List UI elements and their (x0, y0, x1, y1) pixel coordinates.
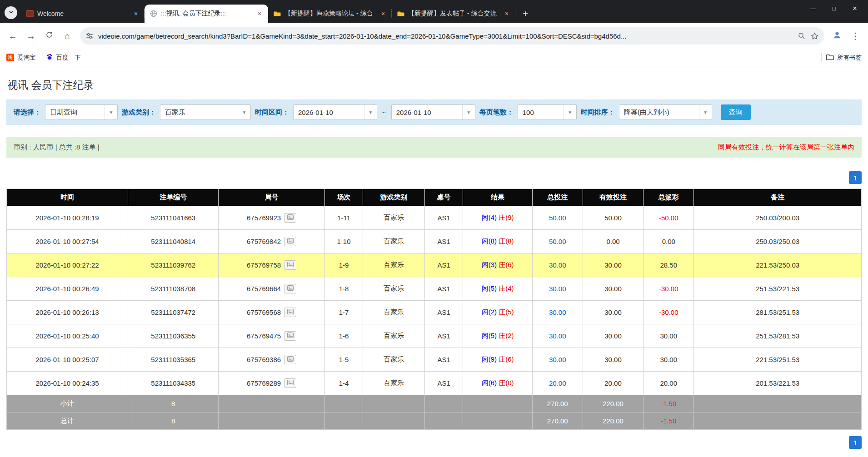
query-type-select[interactable]: 日期查询 ▼ (45, 104, 118, 120)
round-result-button[interactable] (284, 355, 296, 364)
footer-empty-cell (324, 395, 363, 412)
menu-button[interactable]: ⋮ (847, 28, 863, 44)
bet-total-link[interactable]: 50.00 (532, 206, 583, 230)
person-icon (832, 30, 842, 42)
date-start-select[interactable]: 2026-01-10 ▼ (293, 104, 377, 120)
round-result-button[interactable] (284, 237, 296, 246)
bet-result: 闲(4) 庄(9) (463, 206, 532, 230)
round-number: 675769758 (247, 261, 281, 269)
tab-close-icon[interactable]: × (255, 10, 264, 18)
result-banker: 庄(6) (499, 355, 514, 363)
bet-total-link[interactable]: 30.00 (532, 324, 583, 348)
footer-empty-cell (363, 412, 424, 430)
tab-search-button[interactable] (5, 6, 17, 19)
date-end-select[interactable]: 2026-01-10 ▼ (391, 104, 475, 120)
result-player: 闲(5) (482, 332, 497, 339)
profile-avatar[interactable] (829, 28, 845, 44)
bet-note: 250.03/250.03 (694, 230, 862, 253)
bet-table-no: AS1 (424, 206, 463, 230)
game-type-select[interactable]: 百家乐 ▼ (160, 104, 251, 120)
bet-total-link[interactable]: 50.00 (532, 230, 583, 253)
all-bookmarks-button[interactable]: 所有书签 (826, 53, 862, 62)
bet-total-link[interactable]: 30.00 (532, 277, 583, 301)
chevron-down-icon: ▼ (699, 105, 712, 119)
bet-total-link[interactable]: 30.00 (532, 301, 583, 324)
address-bar[interactable]: videoie.com/game/betrecord_search/kind3?… (80, 27, 824, 45)
folder-favicon (274, 10, 281, 17)
per-page-select[interactable]: 100 ▼ (518, 104, 577, 120)
round-number: 675769842 (247, 238, 281, 245)
round-wrap: 675769289 (247, 378, 296, 388)
sort-label: 时间排序： (581, 108, 615, 117)
bet-row: 2026-01-10 00:25:40523111036355675769475… (7, 324, 862, 348)
minimize-button[interactable]: — (803, 0, 823, 16)
bet-total-link[interactable]: 30.00 (532, 348, 583, 372)
bet-total-link[interactable]: 20.00 (532, 372, 583, 395)
round-result-icon (287, 380, 294, 387)
round-result-button[interactable] (284, 260, 296, 270)
reload-icon (45, 30, 54, 41)
round-result-button[interactable] (284, 284, 296, 293)
per-page-label: 每页笔数： (479, 108, 514, 117)
browser-toolbar: ← → ⌂ videoie.com/game/betrecord_search/… (0, 23, 868, 49)
round-result-button[interactable] (284, 308, 296, 317)
round-wrap: 675769758 (247, 260, 296, 270)
currency-summary: 币别 : 人民币 | 总共 :8 注单 | (14, 143, 100, 152)
browser-tab-welcome[interactable]: Welcome × (21, 5, 145, 23)
bet-total-link[interactable]: 30.00 (532, 253, 583, 277)
bookmark-taobao[interactable]: 淘 爱淘宝 (6, 54, 36, 62)
site-settings-icon[interactable] (85, 32, 94, 40)
browser-tab-forum[interactable]: 【新提醒】海燕策略论坛 - 综合 × (268, 5, 392, 23)
bet-note: 201.53/221.53 (694, 372, 862, 395)
tab-close-icon[interactable]: × (503, 10, 511, 18)
bet-row: 2026-01-10 00:27:54523111040814675769842… (7, 230, 862, 253)
game-type-label: 游戏类别： (122, 108, 156, 117)
bet-id: 523111034335 (128, 372, 219, 395)
bet-session: 1-10 (324, 230, 363, 253)
browser-tab-post[interactable]: 【新提醒】发表帖子 - 综合交流 × (392, 5, 515, 23)
round-result-icon (287, 238, 294, 245)
round-result-button[interactable] (284, 213, 296, 223)
tab-close-icon[interactable]: × (379, 10, 387, 18)
url-text[interactable]: videoie.com/game/betrecord_search/kind3?… (98, 32, 793, 40)
bet-table-no: AS1 (424, 348, 463, 372)
forward-button[interactable]: → (23, 28, 39, 44)
result-player: 闲(5) (482, 284, 497, 292)
zoom-icon[interactable] (798, 32, 806, 40)
footer-valid-bet: 220.00 (583, 412, 644, 430)
reload-button[interactable] (41, 28, 57, 44)
page-title: 视讯 会员下注纪录 (7, 78, 862, 92)
bet-valid: 30.00 (583, 301, 644, 324)
home-button[interactable]: ⌂ (59, 28, 75, 44)
result-banker: 庄(5) (499, 308, 514, 316)
bet-row: 2026-01-10 00:26:49523111038708675769664… (7, 277, 862, 301)
maximize-button[interactable]: □ (823, 0, 844, 16)
window-controls: — □ ✕ (803, 0, 865, 16)
close-button[interactable]: ✕ (844, 0, 865, 16)
bet-row: 2026-01-10 00:27:22523111039762675769758… (7, 253, 862, 277)
search-button[interactable]: 查询 (721, 104, 751, 120)
round-wrap: 675769923 (247, 213, 296, 223)
new-tab-button[interactable]: + (519, 7, 532, 20)
bet-result: 闲(8) 庄(8) (463, 230, 532, 253)
bet-result: 闲(2) 庄(5) (463, 301, 532, 324)
page-button-1[interactable]: 1 (849, 436, 862, 449)
welcome-favicon (26, 10, 34, 17)
bet-time: 2026-01-10 00:25:07 (7, 348, 128, 372)
footer-total-bet: 270.00 (532, 412, 583, 430)
bet-session: 1-11 (324, 206, 363, 230)
bookmark-star-icon[interactable] (810, 32, 819, 40)
sort-select[interactable]: 降幂(由大到小) ▼ (619, 104, 712, 120)
bet-game-type: 百家乐 (363, 372, 424, 395)
round-result-button[interactable] (284, 378, 296, 388)
tab-close-icon[interactable]: × (132, 10, 140, 18)
sort-value: 降幂(由大到小) (619, 108, 674, 117)
bet-time: 2026-01-10 00:26:13 (7, 301, 128, 324)
round-result-button[interactable] (284, 331, 296, 341)
page-button-1[interactable]: 1 (849, 171, 862, 184)
bet-round: 675769842 (219, 230, 324, 253)
browser-tab-betrecord[interactable]: :::视讯, 会员下注纪录::: × (145, 5, 268, 23)
bet-round: 675769386 (219, 348, 324, 372)
bookmark-baidu[interactable]: 百度一下 (46, 53, 81, 62)
back-button[interactable]: ← (5, 28, 21, 44)
